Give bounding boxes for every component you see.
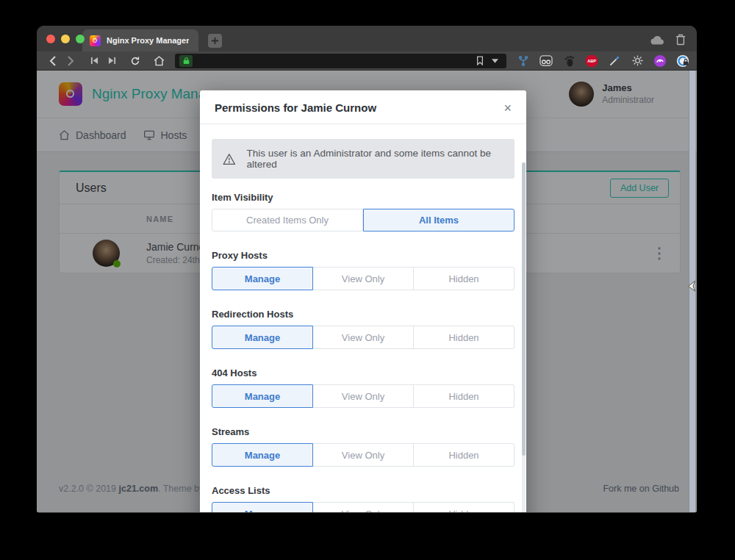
window-zoom-button[interactable] bbox=[76, 35, 85, 43]
modal-body: This user is an Administrator and some i… bbox=[200, 124, 526, 512]
streams-view-only[interactable]: View Only bbox=[313, 443, 414, 467]
admin-warning-alert: This user is an Administrator and some i… bbox=[212, 139, 514, 179]
window-close-button[interactable] bbox=[46, 35, 55, 43]
extension-pen-icon[interactable] bbox=[608, 54, 621, 68]
item-visibility-section: Item Visibility Created Items Only All I… bbox=[212, 192, 514, 231]
404-hosts-section: 404 Hosts Manage View Only Hidden bbox=[212, 367, 514, 408]
tab-title: Nginx Proxy Manager bbox=[107, 36, 189, 45]
redirection-hosts-section: Redirection Hosts Manage View Only Hidde… bbox=[212, 309, 514, 349]
item-visibility-label: Item Visibility bbox=[212, 192, 514, 203]
plus-icon bbox=[211, 37, 219, 45]
url-bar[interactable] bbox=[175, 54, 506, 68]
redirection-hosts-label: Redirection Hosts bbox=[212, 309, 514, 320]
proxy-hosts-label: Proxy Hosts bbox=[212, 250, 514, 261]
proxy-hosts-group: Manage View Only Hidden bbox=[212, 267, 514, 290]
item-visibility-group: Created Items Only All Items bbox=[212, 209, 514, 231]
option-all-items[interactable]: All Items bbox=[363, 209, 514, 231]
access-lists-manage[interactable]: Manage bbox=[212, 502, 313, 512]
access-lists-view-only[interactable]: View Only bbox=[313, 502, 414, 512]
404-hosts-label: 404 Hosts bbox=[212, 367, 514, 378]
home-icon[interactable] bbox=[150, 53, 168, 69]
option-created-items-only[interactable]: Created Items Only bbox=[212, 209, 363, 231]
browser-tab-bar: Nginx Proxy Manager bbox=[37, 26, 697, 51]
skip-to-end-button[interactable] bbox=[103, 53, 121, 69]
extension-gnome-foot-icon[interactable] bbox=[562, 54, 576, 68]
refresh-icon[interactable] bbox=[126, 53, 144, 69]
ssl-lock-icon[interactable] bbox=[179, 55, 193, 67]
extension-gear-icon[interactable] bbox=[631, 54, 644, 68]
extension-fork-icon[interactable] bbox=[517, 54, 530, 68]
extension-goggles-icon[interactable] bbox=[539, 54, 553, 68]
cloud-sync-icon[interactable] bbox=[650, 35, 664, 45]
redirection-hosts-view-only[interactable]: View Only bbox=[313, 326, 414, 349]
streams-hidden[interactable]: Hidden bbox=[414, 443, 514, 467]
modal-scrollbar[interactable] bbox=[522, 162, 526, 512]
window-controls bbox=[46, 35, 85, 43]
proxy-hosts-manage[interactable]: Manage bbox=[212, 267, 313, 290]
abp-label: ABP bbox=[587, 59, 596, 63]
back-button[interactable] bbox=[44, 53, 62, 69]
browser-window: Nginx Proxy Manager bbox=[37, 26, 697, 513]
modal-title: Permissions for Jamie Curnow bbox=[215, 101, 376, 114]
access-lists-group: Manage View Only Hidden bbox=[212, 502, 514, 512]
redirection-hosts-manage[interactable]: Manage bbox=[212, 326, 313, 349]
bookmark-icon[interactable] bbox=[473, 53, 487, 69]
streams-section: Streams Manage View Only Hidden bbox=[212, 426, 514, 467]
desktop-background: Nginx Proxy Manager bbox=[0, 0, 735, 560]
page-viewport: Nginx Proxy Manager James Administrator … bbox=[37, 71, 697, 512]
redirection-hosts-group: Manage View Only Hidden bbox=[212, 326, 514, 349]
permissions-modal: Permissions for Jamie Curnow × This user… bbox=[200, 90, 526, 512]
admin-warning-text: This user is an Administrator and some i… bbox=[247, 148, 503, 170]
window-minimize-button[interactable] bbox=[61, 35, 70, 43]
redirection-hosts-hidden[interactable]: Hidden bbox=[414, 326, 514, 349]
modal-header: Permissions for Jamie Curnow × bbox=[200, 90, 526, 124]
modal-close-button[interactable]: × bbox=[503, 103, 512, 113]
extension-purple-badge-icon[interactable] bbox=[653, 54, 667, 68]
proxy-hosts-hidden[interactable]: Hidden bbox=[414, 267, 514, 290]
forward-button[interactable] bbox=[62, 53, 79, 69]
trash-icon[interactable] bbox=[675, 34, 686, 46]
404-hosts-hidden[interactable]: Hidden bbox=[414, 384, 514, 408]
npm-favicon-icon bbox=[90, 35, 101, 46]
access-lists-section: Access Lists Manage View Only Hidden bbox=[212, 485, 514, 512]
extension-adblock-plus-icon[interactable]: ABP bbox=[585, 54, 598, 68]
proxy-hosts-section: Proxy Hosts Manage View Only Hidden bbox=[212, 250, 514, 290]
404-hosts-view-only[interactable]: View Only bbox=[313, 384, 414, 408]
404-hosts-group: Manage View Only Hidden bbox=[212, 384, 514, 408]
mouse-cursor bbox=[688, 281, 695, 295]
404-hosts-manage[interactable]: Manage bbox=[212, 384, 313, 408]
bookmark-dropdown-caret[interactable] bbox=[487, 53, 502, 69]
extension-proxy-lock-icon[interactable] bbox=[676, 54, 689, 68]
warning-triangle-icon bbox=[223, 153, 236, 165]
access-lists-label: Access Lists bbox=[212, 485, 514, 496]
tabbar-right-controls bbox=[650, 34, 697, 51]
streams-manage[interactable]: Manage bbox=[212, 443, 313, 467]
browser-tab-active[interactable]: Nginx Proxy Manager bbox=[82, 29, 198, 51]
proxy-hosts-view-only[interactable]: View Only bbox=[313, 267, 414, 290]
extension-toolbar: ABP bbox=[517, 54, 689, 68]
skip-to-start-button[interactable] bbox=[85, 53, 103, 69]
access-lists-hidden[interactable]: Hidden bbox=[414, 502, 514, 512]
streams-label: Streams bbox=[212, 426, 514, 437]
browser-toolbar: ABP bbox=[37, 51, 697, 71]
new-tab-button[interactable] bbox=[208, 34, 222, 48]
streams-group: Manage View Only Hidden bbox=[212, 443, 514, 467]
